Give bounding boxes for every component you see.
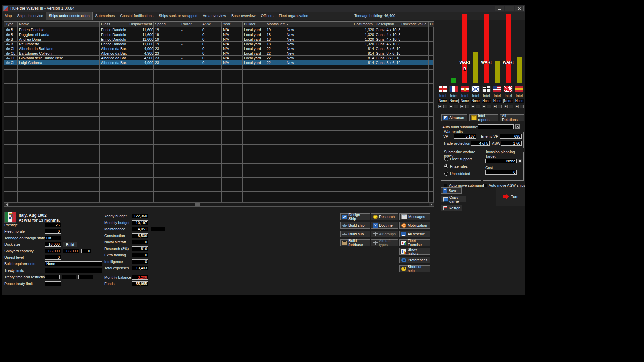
column-header[interactable]: Displacement <box>127 22 154 27</box>
menu-tab[interactable]: Ships under construction <box>46 12 92 20</box>
intel-decrease-button[interactable]: - <box>476 105 480 108</box>
cell-displacement: 4,900 <box>127 51 154 55</box>
table-row[interactable]: B Andrea Doria Enrico Dandolo 11,600 19 … <box>4 37 434 42</box>
scroll-right-button[interactable] <box>429 203 434 206</box>
build-dock-button[interactable]: Build <box>63 242 77 247</box>
column-header[interactable]: Name <box>18 22 100 27</box>
intel-increase-button[interactable]: + <box>482 105 486 108</box>
budget-aux-field[interactable] <box>151 227 165 231</box>
minimize-button[interactable] <box>495 6 504 11</box>
column-header[interactable]: Builder <box>243 22 265 27</box>
column-header[interactable]: Type <box>4 22 18 27</box>
intel-decrease-button[interactable]: - <box>487 105 491 108</box>
table-row[interactable]: CL Alberico da Barbiano Alberico da Bar.… <box>4 46 434 51</box>
menu-tab[interactable]: Base overview <box>229 12 258 20</box>
intel-level-dropdown[interactable]: None <box>438 99 447 103</box>
intel-decrease-button[interactable]: - <box>443 105 447 108</box>
column-header[interactable]: Speed <box>154 22 180 27</box>
intel-reports-button[interactable]: Intel reports <box>469 114 498 121</box>
action-button[interactable]: Research <box>371 213 398 220</box>
all-relations-button[interactable]: All Relations <box>500 114 524 121</box>
policy-radio-option[interactable]: Fleet support <box>444 157 472 161</box>
intel-decrease-button[interactable]: - <box>465 105 469 108</box>
scrollbar-thumb[interactable] <box>195 203 200 206</box>
table-row[interactable]: CL Bartolomeo Colleoni Alberico da Bar..… <box>4 51 434 56</box>
action-button[interactable]: Aircraft types <box>371 239 398 246</box>
action-button[interactable]: Design Ship <box>340 213 370 220</box>
intel-increase-button[interactable]: + <box>515 105 519 108</box>
save-button[interactable]: Save <box>441 187 462 194</box>
intel-decrease-button[interactable]: - <box>509 105 513 108</box>
menu-tab[interactable]: Ships sunk or scrapped <box>156 12 200 20</box>
action-button[interactable]: Air groups <box>371 231 398 237</box>
action-button[interactable]: Build sub <box>340 231 370 237</box>
intel-increase-button[interactable]: + <box>449 105 453 108</box>
resign-button[interactable]: Resign <box>441 205 462 211</box>
invasion-target-clear-button[interactable] <box>518 159 522 163</box>
intel-decrease-button[interactable]: - <box>498 105 502 108</box>
intel-level-dropdown[interactable]: None <box>482 99 491 103</box>
turn-button[interactable]: Turn <box>496 187 525 206</box>
auto-move-submarines-option[interactable]: Auto move submarines <box>444 183 487 187</box>
intel-increase-button[interactable]: + <box>471 105 475 108</box>
policy-radio-option[interactable]: Prize rules <box>444 164 468 168</box>
column-header[interactable]: Radar <box>180 22 201 27</box>
menu-tab[interactable]: Officers <box>258 12 276 20</box>
column-header[interactable]: Cost/month <box>318 22 374 27</box>
close-button[interactable] <box>515 6 524 11</box>
intel-level-dropdown[interactable]: None <box>460 99 469 103</box>
action-button[interactable]: All reserve <box>399 231 430 237</box>
table-horizontal-scrollbar[interactable] <box>4 202 434 207</box>
action-button[interactable]: Preferences <box>399 257 430 263</box>
intel-increase-button[interactable]: + <box>460 105 464 108</box>
intel-level-dropdown[interactable]: None <box>449 99 459 103</box>
intel-level-dropdown[interactable]: None <box>503 99 513 103</box>
scroll-left-button[interactable] <box>4 203 9 206</box>
action-button[interactable]: Show history <box>399 248 430 255</box>
column-header[interactable]: Blockade value <box>400 22 429 27</box>
action-button[interactable]: Fleet Exercise <box>399 239 430 246</box>
vp-label: VP <box>443 134 448 138</box>
action-button[interactable]: Build fort/base <box>340 239 370 246</box>
column-header[interactable]: - <box>285 22 318 27</box>
intel-increase-button[interactable]: + <box>493 105 497 108</box>
intel-level-dropdown[interactable]: None <box>515 99 524 103</box>
intel-increase-button[interactable]: + <box>438 105 442 108</box>
action-button[interactable]: Doctrine <box>371 222 398 229</box>
auto-build-submarines-input[interactable] <box>478 124 514 129</box>
column-header[interactable]: Di <box>429 22 434 27</box>
intel-decrease-button[interactable]: - <box>520 105 524 108</box>
almanac-button[interactable]: Almanac <box>441 114 467 121</box>
menu-tab[interactable]: Coastal fortifications <box>117 12 156 20</box>
menu-tab[interactable]: Map <box>2 12 14 20</box>
table-row[interactable]: B Enrico Dandolo Enrico Dandolo 11,600 1… <box>4 27 434 32</box>
table-row[interactable]: CL Giovanni delle Bande Nere Alberico da… <box>4 56 434 60</box>
column-header[interactable]: ASW <box>201 22 222 27</box>
menu-tab[interactable]: Ships in service <box>14 12 46 20</box>
action-button[interactable]: Shortcut help <box>399 265 430 272</box>
table-row[interactable]: CL Luigi Cadorna Alberico da Bar... 4,90… <box>4 60 434 65</box>
table-row[interactable]: B Ruggiero di Lauria Enrico Dandolo 11,6… <box>4 32 434 37</box>
copy-game-button[interactable]: Copy game <box>441 196 466 202</box>
column-header[interactable]: Months left <box>265 22 285 27</box>
intel-level-dropdown[interactable]: None <box>471 99 480 103</box>
action-button[interactable]: Mobilization <box>399 222 430 229</box>
menu-tab[interactable]: Fleet organization <box>276 12 311 20</box>
table-row[interactable]: B Re Umberto Enrico Dandolo 11,600 19 - … <box>4 42 434 46</box>
cell-speed: 19 <box>154 42 180 46</box>
intel-decrease-button[interactable]: - <box>454 105 458 108</box>
maximize-button[interactable] <box>505 6 514 11</box>
menu-tab[interactable]: Submarines <box>93 12 118 20</box>
auto-build-clear-button[interactable] <box>515 124 520 129</box>
column-header[interactable]: Description <box>374 22 400 27</box>
column-header[interactable]: Class <box>100 22 127 27</box>
action-button[interactable]: Messages <box>399 213 430 220</box>
preferences-icon <box>401 258 406 262</box>
intel-increase-button[interactable]: + <box>504 105 508 108</box>
menu-tab[interactable]: Area overview <box>200 12 229 20</box>
policy-radio-option[interactable]: Unrestricted <box>444 172 470 176</box>
action-button[interactable]: Build ship <box>340 222 370 229</box>
budget-label: Funds <box>104 281 132 288</box>
column-header[interactable]: Year <box>222 22 243 27</box>
intel-level-dropdown[interactable]: None <box>493 99 502 103</box>
